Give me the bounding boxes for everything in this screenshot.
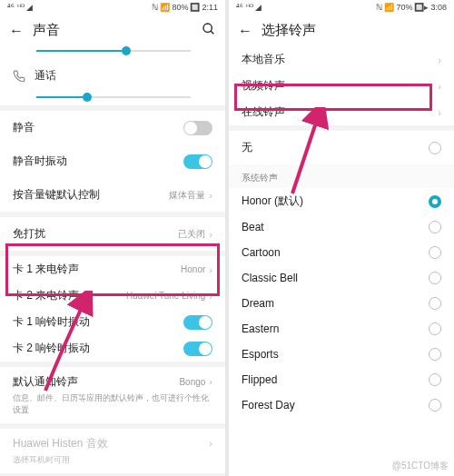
chevron-right-icon: › [438,55,441,65]
sim2-ringtone-row[interactable]: 卡 2 来电铃声 Huawei Tune Living › [0,283,225,309]
svg-point-0 [203,24,212,32]
clock: 3:08 [430,3,447,12]
ringtone-esports[interactable]: Esports [229,342,454,367]
radio-eastern[interactable] [429,322,441,335]
battery-text: 70% [396,3,412,12]
ringtone-eastern[interactable]: Eastern [229,316,454,342]
none-row[interactable]: 无 [229,131,454,164]
media-slider-row[interactable] [0,46,225,59]
clock: 2:11 [202,3,218,12]
battery-text: 80% [172,3,188,12]
vibrate-mute-toggle[interactable] [183,154,212,169]
sim1-vib-toggle[interactable] [183,315,212,330]
header: ← 声音 [0,15,225,46]
mute-toggle[interactable] [183,121,212,135]
call-label: 通话 [35,68,212,84]
volkey-row[interactable]: 按音量键默认控制 媒体音量 › [0,178,225,212]
chevron-right-icon: › [438,81,441,92]
ringtone-dream[interactable]: Dream [229,291,454,316]
ringtone-forest[interactable]: Forest Day [229,392,454,418]
chevron-right-icon: › [209,190,212,201]
radio-esports[interactable] [429,348,441,361]
signal-icon: ⁴⁶ ᴴᴰ ◢ [236,3,262,12]
phone-icon [13,70,25,83]
ringtone-classic[interactable]: Classic Bell [229,265,454,291]
ringtone-cartoon[interactable]: Cartoon [229,240,454,265]
page-title: 声音 [33,22,192,39]
nfc-icon: ℕ [376,3,382,12]
chevron-right-icon: › [209,438,212,449]
radio-dream[interactable] [429,297,441,310]
radio-beat[interactable] [429,221,441,233]
page-title: 选择铃声 [262,22,445,39]
radio-flipped[interactable] [429,373,441,386]
chevron-right-icon: › [209,229,212,240]
radio-forest[interactable] [429,399,441,412]
call-volume-row: 通话 [0,59,225,93]
video-ringtone-row[interactable]: 视频铃声 › [229,73,454,99]
radio-cartoon[interactable] [429,246,441,259]
signal-icon: ⁴⁶ ᴴᴰ ◢ [7,3,33,12]
ringtone-honor[interactable]: Honor (默认) [229,188,454,214]
chevron-right-icon: › [209,376,212,387]
header: ← 选择铃声 [229,15,454,46]
sim1-vibrate-row[interactable]: 卡 1 响铃时振动 [0,309,225,335]
chevron-right-icon: › [209,291,212,302]
dnd-row[interactable]: 免打扰 已关闭 › [0,217,225,251]
screen-sound-settings: ⁴⁶ ᴴᴰ ◢ ℕ 📶 80% 🔲 2:11 ← 声音 通话 [0,0,225,476]
histen-sub: 选择耳机时可用 [0,454,225,473]
back-icon[interactable]: ← [9,23,24,39]
online-ringtone-row[interactable]: 在线铃声 › [229,99,454,125]
notif-ringtone-row[interactable]: 默认通知铃声 Bongo › [0,367,225,392]
local-music-row[interactable]: 本地音乐 › [229,46,454,73]
system-section: 系统铃声 [229,164,454,188]
search-icon[interactable] [202,22,216,39]
status-bar: ⁴⁶ ᴴᴰ ◢ ℕ 📶 80% 🔲 2:11 [0,0,225,15]
radio-none[interactable] [429,142,441,154]
vibrate-mute-row[interactable]: 静音时振动 [0,144,225,178]
sim2-vib-toggle[interactable] [183,342,212,356]
chevron-right-icon: › [438,107,441,118]
ringtone-beat[interactable]: Beat [229,214,454,240]
back-icon[interactable]: ← [238,23,252,39]
ringtone-flipped[interactable]: Flipped [229,367,454,392]
chevron-right-icon: › [209,264,212,275]
sim1-ringtone-row[interactable]: 卡 1 来电铃声 Honor › [0,256,225,283]
call-slider-row[interactable] [0,93,225,105]
radio-classic[interactable] [429,272,441,284]
sim2-vibrate-row[interactable]: 卡 2 响铃时振动 [0,335,225,362]
radio-honor[interactable] [429,195,441,208]
histen-row: Huawei Histen 音效 › [0,429,225,454]
watermark: @51CTO博客 [392,460,449,472]
status-bar: ⁴⁶ ᴴᴰ ◢ ℕ 📶 70% 🔲▸ 3:08 [229,0,454,15]
svg-line-1 [211,31,213,34]
notif-sub: 信息、邮件、日历等应用的默认铃声，也可进行个性化设置 [0,392,225,423]
mute-row[interactable]: 静音 [0,111,225,144]
nfc-icon: ℕ [152,3,158,12]
screen-select-ringtone: ⁴⁶ ᴴᴰ ◢ ℕ 📶 70% 🔲▸ 3:08 ← 选择铃声 本地音乐 › 视频… [229,0,454,476]
